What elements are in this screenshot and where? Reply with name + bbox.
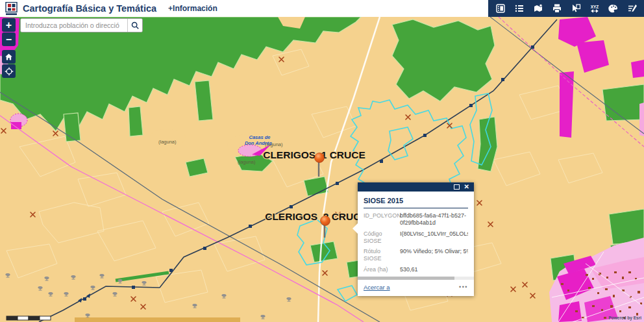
search-button[interactable]: [127, 19, 142, 32]
select-icon: [571, 3, 581, 14]
popup-divider: [364, 208, 468, 208]
marker-2-pin-head[interactable]: [321, 216, 330, 226]
popup-hscrollbar-thumb[interactable]: [358, 277, 454, 280]
popup-hscrollbar[interactable]: [358, 277, 474, 280]
field-row-area: Área (ha) 530,61: [364, 266, 468, 273]
zoom-to-link[interactable]: Acercar a: [364, 284, 390, 291]
draw-button[interactable]: [604, 0, 623, 17]
marker-1-label: CLERIGOS 1 CRUCE: [263, 149, 365, 160]
coordinates-button[interactable]: XYZ: [585, 0, 604, 17]
maximize-icon[interactable]: [454, 184, 460, 190]
draw-palette-icon: [608, 3, 619, 14]
search-icon: [130, 21, 140, 30]
scale-bar: [6, 316, 51, 320]
field-value: 90% Viñedo; 5% Olivar; 5% Mat: [400, 248, 468, 263]
close-icon[interactable]: ✕: [464, 184, 469, 190]
marker-2-label: CLERIGOS 2 CRUCE: [265, 211, 367, 222]
zoom-out-button[interactable]: −: [2, 32, 16, 46]
svg-text:XYZ: XYZ: [590, 5, 599, 9]
add-data-map-icon: [533, 3, 543, 14]
app-header: Cartografía Básica y Temática +Informaci…: [0, 0, 644, 17]
layer-list-button[interactable]: [510, 0, 528, 17]
locate-icon: [5, 67, 14, 76]
field-row-id-polygon: ID_POLYGON bffdb685-fa6a-47f1-b527-0f29f…: [364, 212, 468, 227]
laguna-label-a: (laguna): [158, 139, 177, 145]
zoom-in-button[interactable]: +: [2, 18, 16, 32]
select-button[interactable]: [566, 0, 585, 17]
toolbar: XYZ: [488, 0, 644, 17]
laguna-label-c: (laguna): [238, 159, 256, 165]
popup-titlebar: ✕: [358, 182, 474, 192]
search-input[interactable]: [21, 19, 127, 32]
edit-button[interactable]: [623, 0, 641, 17]
popup-footer: Acercar a •••: [358, 280, 474, 296]
popup-title: SIOSE 2015: [364, 195, 468, 208]
page-title: Cartografía Básica y Temática: [23, 3, 156, 14]
locate-button[interactable]: [2, 64, 16, 78]
basemap-gallery-button[interactable]: [491, 0, 510, 17]
field-label: Rótulo SIOSE: [364, 248, 400, 263]
popup-body: SIOSE 2015 ID_POLYGON bffdb685-fa6a-47f1…: [358, 192, 474, 273]
info-link[interactable]: +Información: [168, 4, 217, 13]
field-value: I(80LVIsc_10LVIrr_05LOLsc_05M: [400, 230, 468, 245]
field-value: 530,61: [400, 266, 468, 273]
edit-pencil-icon: [627, 3, 638, 14]
basemap-gallery-icon: [495, 3, 506, 14]
popup-pointer: [353, 223, 358, 234]
search-box: [20, 18, 143, 32]
print-button[interactable]: [547, 0, 566, 17]
field-label: ID_POLYGON: [364, 212, 400, 227]
field-row-codigo-siose: Código SIOSE I(80LVIsc_10LVIrr_05LOLsc_0…: [364, 230, 468, 245]
marker-1-pin-head[interactable]: [315, 153, 325, 163]
esri-attribution: Powered by Esri: [608, 316, 641, 321]
field-label: Área (ha): [364, 266, 400, 273]
map-canvas[interactable]: (laguna) (laguna) (laguna) Casas de Don …: [0, 17, 644, 322]
bottom-band: [75, 317, 240, 322]
feature-popup: ✕ SIOSE 2015 ID_POLYGON bffdb685-fa6a-47…: [358, 182, 474, 296]
add-data-button[interactable]: [528, 0, 547, 17]
field-label: Código SIOSE: [364, 230, 400, 245]
field-value: bffdb685-fa6a-47f1-b527-0f29fbb4ab1d: [400, 212, 468, 227]
castilla-la-mancha-logo: [5, 2, 18, 16]
home-button[interactable]: [2, 50, 16, 64]
layer-list-icon: [514, 3, 525, 14]
field-row-rotulo-siose: Rótulo SIOSE 90% Viñedo; 5% Olivar; 5% M…: [364, 248, 468, 263]
casas-label-2: Don Andrés: [245, 140, 272, 146]
print-icon: [552, 3, 562, 14]
more-actions-button[interactable]: •••: [459, 284, 468, 290]
coordinates-xyz-icon: XYZ: [589, 3, 600, 14]
casas-label-1: Casas de: [249, 134, 271, 140]
home-icon: [5, 53, 13, 61]
